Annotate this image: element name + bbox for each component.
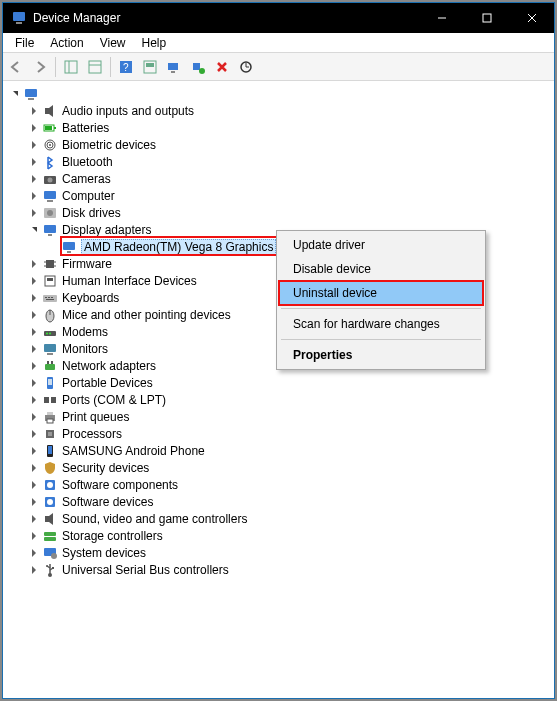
tree-item[interactable]: Security devices <box>5 459 552 476</box>
app-icon <box>11 10 27 26</box>
display-icon <box>61 239 77 255</box>
close-button[interactable] <box>509 3 554 33</box>
tree-item[interactable]: Software components <box>5 476 552 493</box>
expand-arrow-icon[interactable] <box>28 309 40 321</box>
collapse-arrow-icon[interactable] <box>9 88 21 100</box>
tree-item[interactable]: Ports (COM & LPT) <box>5 391 552 408</box>
scan-hardware-button[interactable] <box>163 56 185 78</box>
expand-arrow-icon[interactable] <box>28 122 40 134</box>
tree-item[interactable]: Processors <box>5 425 552 442</box>
tree-item-label: Software devices <box>62 495 153 509</box>
menu-action[interactable]: Action <box>42 34 91 52</box>
expand-arrow-icon[interactable] <box>28 530 40 542</box>
expand-arrow-icon[interactable] <box>28 411 40 423</box>
tree-item[interactable]: SAMSUNG Android Phone <box>5 442 552 459</box>
expand-arrow-icon[interactable] <box>28 139 40 151</box>
expand-arrow-icon[interactable] <box>28 479 40 491</box>
context-menu-item[interactable]: Scan for hardware changes <box>279 312 483 336</box>
arrow-placeholder <box>47 241 59 253</box>
expand-arrow-icon[interactable] <box>28 292 40 304</box>
expand-arrow-icon[interactable] <box>28 394 40 406</box>
expand-arrow-icon[interactable] <box>28 258 40 270</box>
properties-toolbar-button[interactable] <box>84 56 106 78</box>
expand-arrow-icon[interactable] <box>28 275 40 287</box>
svg-rect-30 <box>44 191 56 199</box>
svg-rect-75 <box>45 516 49 522</box>
network-icon <box>42 358 58 374</box>
svg-rect-56 <box>47 353 53 355</box>
expand-arrow-icon[interactable] <box>28 190 40 202</box>
fingerprint-icon <box>42 137 58 153</box>
expand-arrow-icon[interactable] <box>28 326 40 338</box>
tree-item[interactable]: Software devices <box>5 493 552 510</box>
tree-item[interactable]: Cameras <box>5 170 552 187</box>
computer-icon <box>42 188 58 204</box>
svg-rect-48 <box>51 297 53 298</box>
menu-file[interactable]: File <box>7 34 42 52</box>
tree-item[interactable]: Biometric devices <box>5 136 552 153</box>
svg-rect-55 <box>44 344 56 352</box>
svg-rect-23 <box>54 127 56 129</box>
update-driver-toolbar-button[interactable] <box>235 56 257 78</box>
tree-item[interactable]: Audio inputs and outputs <box>5 102 552 119</box>
tree-item[interactable]: System devices <box>5 544 552 561</box>
svg-rect-49 <box>46 299 54 300</box>
tree-item[interactable]: Batteries <box>5 119 552 136</box>
tree-item[interactable]: Computer <box>5 187 552 204</box>
expand-arrow-icon[interactable] <box>28 105 40 117</box>
minimize-button[interactable] <box>419 3 464 33</box>
forward-button[interactable] <box>29 56 51 78</box>
back-button[interactable] <box>5 56 27 78</box>
svg-rect-0 <box>13 12 25 21</box>
action-toolbar-button[interactable] <box>139 56 161 78</box>
help-button[interactable]: ? <box>115 56 137 78</box>
collapse-arrow-icon[interactable] <box>28 224 40 236</box>
expand-arrow-icon[interactable] <box>28 377 40 389</box>
tree-item[interactable]: Disk drives <box>5 204 552 221</box>
tree-item[interactable] <box>5 85 552 102</box>
show-hide-tree-button[interactable] <box>60 56 82 78</box>
expand-arrow-icon[interactable] <box>28 462 40 474</box>
maximize-button[interactable] <box>464 3 509 33</box>
tree-item[interactable]: Bluetooth <box>5 153 552 170</box>
tree-item-label: Firmware <box>62 257 112 271</box>
expand-arrow-icon[interactable] <box>28 547 40 559</box>
menu-help[interactable]: Help <box>134 34 175 52</box>
expand-arrow-icon[interactable] <box>28 207 40 219</box>
expand-arrow-icon[interactable] <box>28 360 40 372</box>
add-hardware-button[interactable] <box>187 56 209 78</box>
tree-item[interactable]: Storage controllers <box>5 527 552 544</box>
context-menu-item[interactable]: Properties <box>279 343 483 367</box>
svg-rect-19 <box>25 89 37 97</box>
device-tree[interactable]: Audio inputs and outputsBatteriesBiometr… <box>3 81 554 698</box>
context-menu-item[interactable]: Disable device <box>279 257 483 281</box>
battery-icon <box>42 120 58 136</box>
tree-item-label: Sound, video and game controllers <box>62 512 247 526</box>
context-menu-item[interactable]: Uninstall device <box>279 281 483 305</box>
uninstall-toolbar-button[interactable] <box>211 56 233 78</box>
expand-arrow-icon[interactable] <box>28 496 40 508</box>
bluetooth-icon <box>42 154 58 170</box>
tree-item[interactable]: Print queues <box>5 408 552 425</box>
expand-arrow-icon[interactable] <box>28 156 40 168</box>
tree-item[interactable]: Universal Serial Bus controllers <box>5 561 552 578</box>
context-menu: Update driverDisable deviceUninstall dev… <box>276 230 486 370</box>
system-icon <box>42 545 58 561</box>
expand-arrow-icon[interactable] <box>28 513 40 525</box>
expand-arrow-icon[interactable] <box>28 445 40 457</box>
context-menu-item[interactable]: Update driver <box>279 233 483 257</box>
svg-rect-8 <box>89 61 101 73</box>
tree-item[interactable]: Portable Devices <box>5 374 552 391</box>
svg-rect-37 <box>67 251 71 253</box>
menu-view[interactable]: View <box>92 34 134 52</box>
expand-arrow-icon[interactable] <box>28 173 40 185</box>
expand-arrow-icon[interactable] <box>28 428 40 440</box>
tree-item[interactable]: Sound, video and game controllers <box>5 510 552 527</box>
camera-icon <box>42 171 58 187</box>
speaker-icon <box>42 511 58 527</box>
menubar: File Action View Help <box>3 33 554 53</box>
tree-item-label: Print queues <box>62 410 129 424</box>
svg-rect-20 <box>28 98 34 100</box>
expand-arrow-icon[interactable] <box>28 564 40 576</box>
expand-arrow-icon[interactable] <box>28 343 40 355</box>
